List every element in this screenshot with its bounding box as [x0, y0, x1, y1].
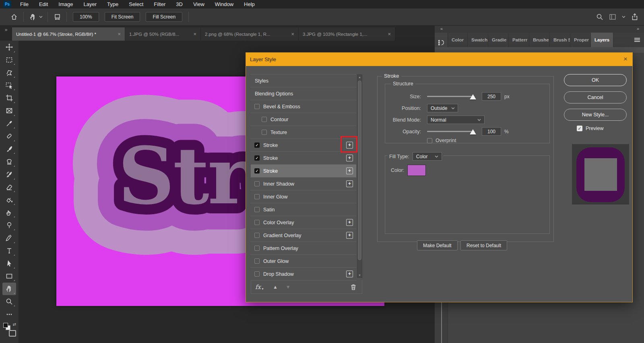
style-row-styles[interactable]: Styles: [251, 74, 356, 87]
crop-tool[interactable]: [2, 92, 16, 104]
ok-button[interactable]: OK: [564, 74, 627, 86]
menu-help[interactable]: Help: [244, 1, 255, 7]
menu-filter[interactable]: Filter: [154, 1, 165, 7]
type-tool[interactable]: [2, 244, 16, 257]
path-selection-tool[interactable]: [2, 257, 16, 270]
scrollbar-thumb[interactable]: [358, 81, 361, 260]
style-row-contour[interactable]: Contour: [251, 113, 356, 126]
history-brush-tool[interactable]: [2, 168, 16, 181]
dodge-tool[interactable]: [2, 219, 16, 231]
close-tab-icon[interactable]: ×: [388, 31, 391, 37]
unchecked-checkbox[interactable]: [254, 104, 260, 109]
document-tab[interactable]: 1.JPG @ 50% (RGB/8...×: [125, 27, 201, 41]
menu-type[interactable]: Type: [107, 1, 118, 7]
dialog-title-bar[interactable]: Layer Style ×: [246, 53, 632, 66]
frame-tool[interactable]: [2, 105, 16, 117]
style-row-color-overlay[interactable]: Color Overlay+: [251, 216, 356, 229]
expand-panels-icon[interactable]: »: [637, 26, 639, 31]
object-selection-tool[interactable]: [2, 79, 16, 91]
style-row-gradient-overlay[interactable]: Gradient Overlay+: [251, 229, 356, 242]
style-row-pattern-overlay[interactable]: Pattern Overlay: [251, 242, 356, 255]
color-swatches[interactable]: ⇄: [2, 321, 16, 333]
clone-stamp-tool[interactable]: [2, 155, 16, 168]
checked-checkbox[interactable]: ✓: [254, 155, 260, 161]
scroll-down-icon[interactable]: ▼: [357, 274, 362, 277]
style-row-drop-shadow[interactable]: Drop Shadow+: [251, 268, 356, 281]
document-tab[interactable]: Untitled-1 @ 66.7% (Stroke, RGB/8#) *×: [12, 27, 125, 41]
panel-tab-patterr[interactable]: Patterr: [509, 33, 529, 47]
panel-tab-swatch[interactable]: Swatch: [468, 33, 488, 47]
share-icon[interactable]: [631, 13, 638, 21]
pen-tool[interactable]: [2, 232, 16, 244]
move-effect-up-icon[interactable]: ▲: [273, 284, 278, 290]
add-effect-icon[interactable]: +: [346, 167, 353, 174]
close-tab-icon[interactable]: ×: [193, 31, 196, 37]
add-effect-icon[interactable]: +: [346, 232, 353, 239]
chevron-down-icon[interactable]: [39, 16, 43, 18]
stroke-color-swatch[interactable]: [407, 165, 426, 176]
menu-file[interactable]: File: [20, 1, 29, 7]
tab-overflow-icon[interactable]: »: [0, 26, 12, 33]
style-row-outer-glow[interactable]: Outer Glow: [251, 255, 356, 268]
unchecked-checkbox[interactable]: [254, 207, 260, 212]
marquee-tool[interactable]: [2, 54, 16, 66]
menu-3d[interactable]: 3D: [176, 1, 183, 7]
reset-to-default-button[interactable]: Reset to Default: [460, 240, 507, 250]
size-slider-thumb[interactable]: [470, 94, 476, 99]
style-row-blending-options[interactable]: Blending Options: [251, 87, 356, 100]
menu-view[interactable]: View: [193, 1, 204, 7]
add-effect-icon[interactable]: +: [346, 271, 353, 277]
unchecked-checkbox[interactable]: [254, 258, 260, 264]
zoom-tool[interactable]: [2, 295, 16, 308]
checked-checkbox[interactable]: ✓: [254, 143, 260, 148]
document-tab[interactable]: 2.png @ 68% (Rectangle 1, R...×: [201, 27, 299, 41]
chevron-down-icon[interactable]: [622, 16, 625, 18]
paint-bucket-tool[interactable]: [2, 194, 16, 206]
cancel-button[interactable]: Cancel: [564, 91, 627, 103]
position-dropdown[interactable]: Outside: [427, 104, 458, 112]
menu-image[interactable]: Image: [58, 1, 73, 7]
search-icon[interactable]: [596, 13, 603, 21]
panel-menu-icon[interactable]: [634, 38, 640, 42]
panel-tab-proper[interactable]: Proper: [570, 33, 591, 47]
swap-colors-icon[interactable]: ⇄: [13, 322, 16, 326]
close-icon[interactable]: ×: [623, 55, 627, 63]
unchecked-checkbox[interactable]: [262, 117, 267, 122]
move-tool[interactable]: [2, 41, 16, 54]
unchecked-checkbox[interactable]: [254, 181, 260, 186]
panel-tab-brushe[interactable]: Brushe: [529, 33, 550, 47]
unchecked-checkbox[interactable]: [254, 233, 260, 238]
workspace-icon[interactable]: [609, 13, 616, 21]
healing-brush-tool[interactable]: [2, 130, 16, 143]
unchecked-checkbox[interactable]: [262, 130, 267, 135]
style-row-inner-shadow[interactable]: Inner Shadow+: [251, 178, 356, 190]
fx-icon[interactable]: fx: [255, 283, 261, 291]
make-default-button[interactable]: Make Default: [417, 240, 458, 250]
home-icon[interactable]: [8, 11, 20, 23]
panel-tab-layers[interactable]: Layers: [591, 33, 613, 47]
new-style-button[interactable]: New Style...: [564, 109, 627, 121]
size-input[interactable]: 250: [482, 92, 501, 101]
close-tab-icon[interactable]: ×: [291, 31, 294, 37]
scroll-up-icon[interactable]: ▲: [357, 76, 362, 79]
menu-select[interactable]: Select: [129, 1, 143, 7]
panel-tab-brush-s[interactable]: Brush S: [550, 33, 570, 47]
style-row-stroke[interactable]: ✓Stroke+: [251, 165, 356, 178]
opacity-slider[interactable]: [427, 129, 475, 134]
style-row-stroke[interactable]: ✓Stroke+: [251, 152, 356, 165]
opacity-input[interactable]: 100: [482, 127, 501, 136]
menu-layer[interactable]: Layer: [84, 1, 97, 7]
style-row-inner-glow[interactable]: Inner Glow: [251, 190, 356, 203]
unchecked-checkbox[interactable]: [254, 194, 260, 199]
brush-tool[interactable]: [2, 143, 16, 155]
menu-window[interactable]: Window: [215, 1, 233, 7]
panel-scrollbar[interactable]: [441, 302, 442, 343]
rectangle-tool[interactable]: [2, 270, 16, 282]
unchecked-checkbox[interactable]: [254, 271, 260, 277]
panel-tab-gradie[interactable]: Gradie: [488, 33, 509, 47]
close-tab-icon[interactable]: ×: [118, 31, 121, 37]
checked-checkbox[interactable]: ✓: [254, 168, 260, 174]
more-tools[interactable]: [2, 308, 16, 320]
move-effect-down-icon[interactable]: ▼: [286, 284, 291, 290]
overprint-checkbox[interactable]: [427, 138, 432, 143]
